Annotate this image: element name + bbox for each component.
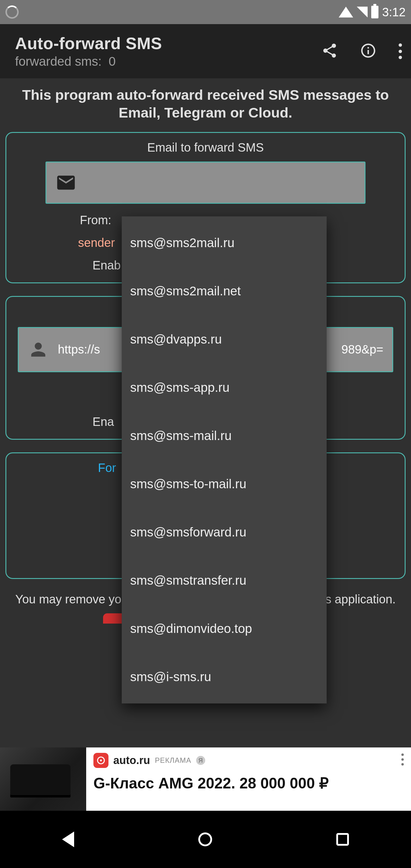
ad-headline: G-Класс AMG 2022. 28 000 000 ₽ — [93, 775, 404, 792]
kebab-dot-icon — [399, 43, 402, 47]
loading-spinner-icon — [5, 5, 19, 19]
user-icon — [28, 339, 49, 360]
nav-home-button[interactable] — [198, 832, 212, 846]
dropdown-item[interactable]: sms@dimonvideo.top — [122, 604, 327, 653]
dropdown-item[interactable]: sms@smstransfer.ru — [122, 556, 327, 604]
app-title: Auto-forward SMS — [15, 34, 162, 53]
from-label: From: — [80, 213, 111, 227]
wifi-icon — [339, 7, 353, 18]
app-bar: Auto-forward SMS forwarded sms: 0 — [0, 24, 411, 79]
dropdown-item[interactable]: sms@smsforward.ru — [122, 508, 327, 556]
email-input[interactable] — [45, 161, 366, 204]
kebab-dot-icon — [399, 50, 402, 53]
cellular-signal-icon — [357, 7, 368, 18]
dropdown-item[interactable]: sms@sms-mail.ru — [122, 412, 327, 460]
dropdown-item[interactable]: sms@i-sms.ru — [122, 653, 327, 701]
status-time: 3:12 — [382, 5, 406, 19]
ad-tag: РЕКЛАМА — [155, 756, 191, 765]
dropdown-item[interactable]: sms@sms2mail.net — [122, 267, 327, 315]
cloud-url-text-right: 989&p= — [341, 343, 383, 356]
yandex-badge-icon: Я — [196, 756, 205, 765]
mail-icon — [53, 172, 80, 193]
share-button[interactable] — [321, 42, 338, 60]
from-email-dropdown[interactable]: sms@sms2mail.ru sms@sms2mail.net sms@dva… — [122, 216, 327, 704]
forwarded-counter: forwarded sms: 0 — [15, 54, 162, 69]
ad-thumbnail — [0, 747, 86, 811]
status-bar: 3:12 — [0, 0, 411, 24]
hero-description: This program auto-forward received SMS m… — [0, 79, 411, 132]
info-icon — [360, 42, 377, 59]
dropdown-item[interactable]: sms@dvapps.ru — [122, 315, 327, 364]
info-button[interactable] — [360, 42, 377, 60]
steering-wheel-icon — [96, 756, 105, 765]
system-nav-bar — [0, 811, 411, 868]
kebab-dot-icon — [399, 56, 402, 59]
email-panel-title: Email to forward SMS — [13, 141, 398, 154]
svg-point-1 — [100, 760, 102, 761]
dropdown-item[interactable]: sms@sms2mail.ru — [122, 219, 327, 267]
ad-site-badge — [93, 753, 108, 768]
battery-icon — [371, 6, 378, 19]
dropdown-item[interactable]: sms@sms-to-mail.ru — [122, 460, 327, 508]
cloud-url-text-left: https://s — [58, 343, 100, 356]
ad-options-button[interactable] — [401, 753, 404, 766]
overflow-menu-button[interactable] — [398, 43, 402, 60]
nav-recents-button[interactable] — [336, 833, 349, 846]
ad-banner[interactable]: auto.ru РЕКЛАМА Я G-Класс AMG 2022. 28 0… — [0, 747, 411, 811]
share-icon — [321, 42, 338, 59]
main-content: This program auto-forward received SMS m… — [0, 79, 411, 747]
nav-back-button[interactable] — [62, 832, 74, 847]
ad-site-name: auto.ru — [113, 754, 150, 767]
dropdown-item[interactable]: sms@sms-app.ru — [122, 364, 327, 412]
